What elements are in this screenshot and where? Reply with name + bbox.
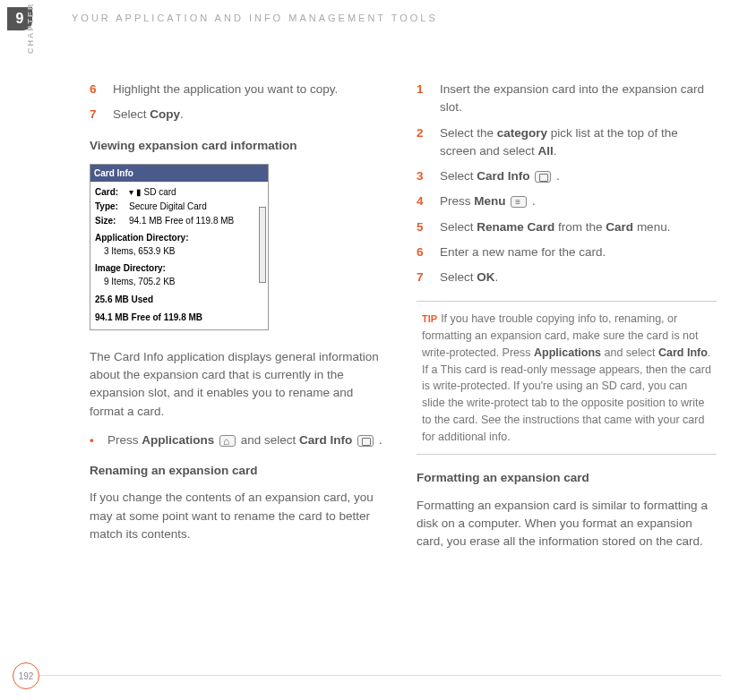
step-text: Select Copy.	[113, 106, 390, 124]
main-content: 6 Highlight the application you want to …	[90, 81, 717, 561]
bold-text: Card Info	[299, 433, 352, 447]
menu-icon	[511, 196, 527, 208]
step-number: 3	[417, 167, 440, 185]
bold-text: Menu	[474, 194, 505, 208]
ss-value: 9 Items, 705.2 KB	[95, 275, 263, 288]
step-number: 5	[417, 218, 440, 236]
paragraph: Formatting an expansion card is similar …	[417, 497, 717, 551]
text: . If a This card is read-only message ap…	[422, 346, 711, 443]
step-4: 4 Press Menu .	[417, 192, 717, 210]
text: menu.	[633, 220, 670, 234]
step-7: 7 Select Copy.	[90, 106, 390, 124]
text: .	[495, 270, 499, 284]
ss-value: Secure Digital Card	[129, 201, 207, 211]
ss-section: Image Directory:	[95, 261, 263, 275]
bullet-item: • Press Applications and select Card Inf…	[90, 431, 390, 449]
text: .	[375, 433, 382, 447]
page-number: 192	[13, 662, 39, 689]
bullet-dot-icon: •	[90, 431, 107, 449]
ss-footer: 94.1 MB Free of 119.8 MB	[95, 311, 263, 324]
text: Press	[107, 433, 142, 447]
section-heading-viewing: Viewing expansion card information	[90, 137, 390, 155]
bold-text: Card Info	[658, 346, 708, 359]
step-2: 2 Select the category pick list at the t…	[417, 124, 717, 161]
section-heading-renaming: Renaming an expansion card	[90, 462, 390, 480]
step-number: 4	[417, 192, 440, 210]
text: Select	[113, 107, 150, 121]
step-6: 6 Highlight the application you want to …	[90, 81, 390, 98]
bold-text: Card Info	[477, 169, 529, 183]
text: and select	[601, 346, 658, 359]
ss-label: Size:	[95, 214, 129, 227]
tip-label: TIP	[422, 313, 437, 324]
step-6r: 6 Enter a new name for the card.	[417, 243, 717, 261]
text: .	[553, 169, 560, 183]
ss-value: ▾ ▮ SD card	[129, 187, 176, 197]
step-text: Select Card Info .	[440, 167, 717, 185]
applications-icon	[219, 435, 236, 447]
step-text: Select OK.	[440, 269, 717, 286]
text: Select the	[440, 126, 497, 140]
paragraph: The Card Info application displays gener…	[90, 348, 390, 421]
text: Select	[440, 169, 477, 183]
step-7r: 7 Select OK.	[417, 269, 717, 286]
ss-footer: 25.6 MB Used	[95, 293, 263, 306]
step-1: 1 Insert the expansion card into the exp…	[417, 81, 717, 117]
right-column: 1 Insert the expansion card into the exp…	[417, 81, 717, 561]
text: Select	[440, 220, 477, 234]
text: .	[528, 194, 536, 208]
chapter-vertical-label: CHAPTER	[26, 2, 35, 54]
card-info-screenshot: Card Info Card:▾ ▮ SD card Type:Secure D…	[90, 164, 269, 330]
bullet-text: Press Applications and select Card Info …	[107, 431, 382, 449]
scrollbar-icon	[259, 207, 266, 283]
card-info-icon	[357, 435, 374, 447]
section-heading-formatting: Formatting an expansion card	[417, 469, 717, 487]
screenshot-titlebar: Card Info	[90, 165, 268, 182]
bold-text: Copy	[150, 107, 180, 121]
step-number: 7	[417, 269, 440, 286]
step-number: 2	[417, 124, 440, 161]
bold-text: Rename Card	[477, 220, 554, 234]
bold-text: OK	[477, 270, 494, 284]
step-number: 1	[417, 81, 440, 117]
text: .	[180, 107, 184, 121]
bold-text: Card	[606, 220, 633, 234]
step-number: 6	[90, 81, 113, 98]
ss-value: 3 Items, 653.9 KB	[95, 244, 263, 258]
text: .	[554, 144, 557, 158]
text: from the	[554, 220, 606, 234]
step-text: Select the category pick list at the top…	[440, 124, 717, 161]
ss-value: 94.1 MB Free of 119.8 MB	[129, 216, 234, 226]
step-text: Enter a new name for the card.	[440, 243, 717, 261]
step-text: Insert the expansion card into the expan…	[440, 81, 717, 117]
step-text: Select Rename Card from the Card menu.	[440, 218, 717, 236]
paragraph: If you change the contents of an expansi…	[90, 489, 390, 543]
text: and select	[241, 433, 299, 447]
bold-text: Applications	[534, 346, 601, 359]
text: Press	[440, 194, 474, 208]
tip-box: TIPIf you have trouble copying info to, …	[417, 301, 717, 455]
step-5: 5 Select Rename Card from the Card menu.	[417, 218, 717, 236]
card-info-icon	[535, 171, 551, 183]
step-text: Press Menu .	[440, 192, 717, 210]
step-number: 6	[417, 243, 440, 261]
step-3: 3 Select Card Info .	[417, 167, 717, 185]
bold-text: Applications	[142, 433, 214, 447]
bold-text: All	[538, 144, 554, 158]
step-number: 7	[90, 106, 113, 124]
ss-section: Application Directory:	[95, 231, 263, 244]
screenshot-body: Card:▾ ▮ SD card Type:Secure Digital Car…	[90, 182, 268, 329]
bold-text: category	[497, 126, 547, 140]
step-text: Highlight the application you want to co…	[113, 81, 390, 98]
ss-label: Card:	[95, 185, 129, 199]
left-column: 6 Highlight the application you want to …	[90, 81, 390, 561]
ss-label: Type:	[95, 200, 129, 213]
text: Select	[440, 270, 477, 284]
header-title: YOUR APPLICATION AND INFO MANAGEMENT TOO…	[72, 13, 438, 23]
footer-divider	[39, 675, 721, 676]
